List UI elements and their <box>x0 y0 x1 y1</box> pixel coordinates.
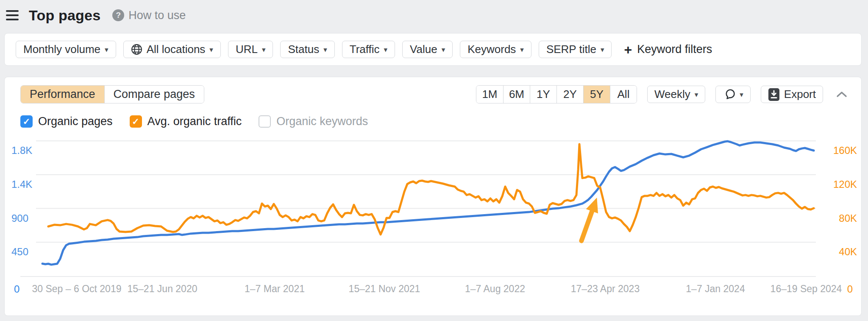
x-axis-date-label: 17–23 Apr 2023 <box>571 283 640 295</box>
legend-toggle-organic-pages[interactable]: ✓Organic pages <box>20 115 113 128</box>
checkbox-checked-icon: ✓ <box>20 115 33 128</box>
x-axis-date-label: 15–21 Nov 2021 <box>349 283 420 295</box>
question-mark-icon: ? <box>112 9 124 21</box>
filter-serp-title[interactable]: SERP title▾ <box>539 41 612 58</box>
chevron-down-icon: ▾ <box>262 45 266 54</box>
chevron-down-icon: ▾ <box>105 45 108 54</box>
chevron-down-icon: ▾ <box>384 45 388 54</box>
filter-all-locations[interactable]: All locations▾ <box>123 41 221 58</box>
chevron-down-icon: ▾ <box>740 90 743 99</box>
globe-icon <box>131 44 142 55</box>
checkbox-checked-icon: ✓ <box>130 115 142 128</box>
tab-performance[interactable]: Performance <box>21 86 104 103</box>
chart-controls: 1M6M1Y2Y5YAll Weekly ▾ ▾ Export <box>476 85 850 103</box>
tab-compare-pages[interactable]: Compare pages <box>104 86 204 103</box>
chevron-down-icon: ▾ <box>209 45 213 54</box>
date-range-group: 1M6M1Y2Y5YAll <box>476 85 637 103</box>
y-axis-right-tick: 160K <box>833 145 857 156</box>
page-title: Top pages <box>29 7 100 24</box>
y-axis-right-zero: 0 <box>847 283 853 295</box>
export-label: Export <box>784 88 816 101</box>
range-2y[interactable]: 2Y <box>556 86 583 103</box>
filter-traffic[interactable]: Traffic▾ <box>342 41 395 58</box>
collapse-chart-button[interactable] <box>833 86 850 103</box>
x-axis-date-label: 30 Sep – 6 Oct 2019 <box>32 283 122 295</box>
chevron-down-icon: ▾ <box>601 45 604 54</box>
y-axis-right-tick: 40K <box>839 246 857 258</box>
range-all[interactable]: All <box>610 86 637 103</box>
chat-bubble-icon <box>723 88 735 101</box>
menu-icon[interactable] <box>5 9 19 22</box>
filter-value[interactable]: Value▾ <box>402 41 453 58</box>
x-axis-date-label: 1–7 Jan 2024 <box>686 283 745 295</box>
checkbox-unchecked-icon <box>259 115 271 128</box>
comments-dropdown[interactable]: ▾ <box>715 86 751 103</box>
export-file-icon <box>768 88 780 101</box>
filter-monthly-volume[interactable]: Monthly volume▾ <box>16 41 116 58</box>
filter-buttons: Monthly volume▾All locations▾URL▾Status▾… <box>16 41 612 58</box>
chevron-down-icon: ▾ <box>442 45 445 54</box>
chart-header: PerformanceCompare pages 1M6M1Y2Y5YAll W… <box>16 85 850 103</box>
y-axis-right-tick: 120K <box>833 179 857 190</box>
legend-toggle-avg-organic-traffic[interactable]: ✓Avg. organic traffic <box>130 115 242 128</box>
chevron-down-icon: ▾ <box>520 45 524 54</box>
x-axis-date-label: 1–7 Aug 2022 <box>465 283 525 295</box>
legend-toggle-organic-keywords[interactable]: Organic keywords <box>259 115 368 128</box>
add-keyword-filters-label: Keyword filters <box>637 43 712 56</box>
range-6m[interactable]: 6M <box>503 86 530 103</box>
chevron-up-icon <box>835 90 848 99</box>
y-axis-left-zero: 0 <box>14 283 19 295</box>
filter-keywords[interactable]: Keywords▾ <box>460 41 531 58</box>
filter-bar: Monthly volume▾All locations▾URL▾Status▾… <box>4 33 862 66</box>
range-1m[interactable]: 1M <box>476 86 503 103</box>
filter-status[interactable]: Status▾ <box>280 41 334 58</box>
range-5y[interactable]: 5Y <box>583 86 610 103</box>
series-legend: ✓Organic pages✓Avg. organic trafficOrgan… <box>20 115 850 128</box>
x-axis-date-label: 15–21 Jun 2020 <box>128 283 198 295</box>
how-to-use-label: How to use <box>128 9 186 22</box>
x-axis-date-label: 16–19 Sep 2024 <box>771 283 842 295</box>
x-axis-date-label: 1–7 Mar 2021 <box>245 283 305 295</box>
y-axis-left-tick: 900 <box>11 212 28 224</box>
chevron-down-icon: ▾ <box>323 45 327 54</box>
export-button[interactable]: Export <box>761 86 823 103</box>
y-axis-left-tick: 1.8K <box>11 145 32 156</box>
how-to-use-link[interactable]: ? How to use <box>112 9 186 22</box>
top-bar: Top pages ? How to use <box>0 0 868 26</box>
granularity-dropdown[interactable]: Weekly ▾ <box>647 86 705 103</box>
range-1y[interactable]: 1Y <box>530 86 556 103</box>
view-tabs: PerformanceCompare pages <box>20 85 204 103</box>
chevron-down-icon: ▾ <box>695 90 698 99</box>
y-axis-left-tick: 1.4K <box>11 179 32 190</box>
y-axis-left-tick: 450 <box>11 246 28 258</box>
plus-icon: + <box>624 43 632 56</box>
filter-url[interactable]: URL▾ <box>228 41 273 58</box>
chart-card: PerformanceCompare pages 1M6M1Y2Y5YAll W… <box>4 77 862 316</box>
granularity-label: Weekly <box>654 88 690 101</box>
y-axis-right-tick: 80K <box>839 212 857 224</box>
add-keyword-filters-button[interactable]: + Keyword filters <box>624 43 712 56</box>
